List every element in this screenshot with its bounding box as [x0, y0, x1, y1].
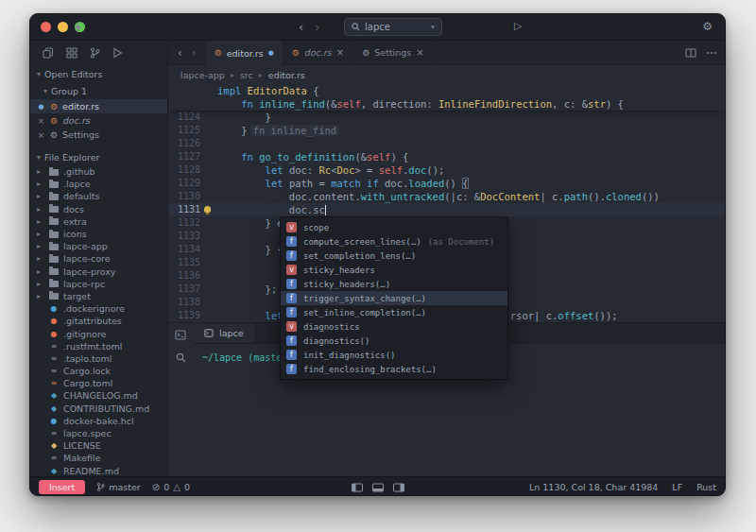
minimize-window-button[interactable]: [58, 22, 68, 32]
search-panel-icon[interactable]: [176, 352, 186, 363]
tree-file[interactable]: ◆CHANGELOG.md: [30, 389, 167, 402]
lightbulb-icon[interactable]: [204, 206, 211, 213]
tree-folder[interactable]: ▸docs: [30, 203, 167, 215]
file-explorer-header[interactable]: ▾ File Explorer: [30, 148, 167, 165]
tree-folder[interactable]: ▸target: [30, 290, 167, 302]
tree-folder[interactable]: ▸.lapce: [30, 178, 167, 190]
more-actions-icon[interactable]: [706, 51, 717, 55]
tree-file[interactable]: ≡Makefile: [30, 452, 167, 464]
editor-tab[interactable]: ⚙editor.rs●: [206, 41, 284, 65]
tree-file[interactable]: ≡Cargo.lock: [30, 365, 167, 377]
diagnostics-summary[interactable]: ⊘ 0 △ 0: [152, 482, 190, 492]
file-explorer-icon[interactable]: [43, 47, 54, 59]
code-line[interactable]: 1129 let path = match if doc.loaded() {: [168, 177, 725, 190]
toggle-bottom-panel-icon[interactable]: [371, 483, 384, 492]
git-branch[interactable]: master: [96, 482, 141, 492]
editor-group-header[interactable]: ▾ Group 1: [30, 82, 167, 99]
tree-file[interactable]: ≡.rustfmt.toml: [30, 340, 167, 352]
close-icon[interactable]: ×: [37, 130, 45, 140]
forward-button[interactable]: ›: [192, 46, 197, 60]
tree-file[interactable]: ●.dockerignore: [30, 302, 167, 315]
open-editor-item[interactable]: ×⚙doc.rs: [30, 113, 167, 128]
tree-file[interactable]: ●.gitignore: [30, 327, 167, 339]
source-control-icon[interactable]: [90, 47, 100, 59]
search-icon: [352, 23, 360, 31]
back-button[interactable]: ‹: [299, 20, 303, 34]
run-button[interactable]: ▷: [514, 20, 522, 32]
tree-folder[interactable]: ▸extra: [30, 215, 167, 228]
tree-file[interactable]: ≡lapce.spec: [30, 427, 167, 439]
tree-file[interactable]: ◆LICENSE: [30, 439, 167, 452]
language-mode[interactable]: Rust: [696, 482, 716, 492]
debug-icon[interactable]: [112, 47, 123, 59]
code-line[interactable]: 1131 doc.sc: [168, 203, 725, 216]
command-palette-button[interactable]: lapce ▾: [344, 18, 442, 36]
cursor-position[interactable]: Ln 1130, Col 18, Char 41984: [529, 482, 658, 492]
chevron-right-icon: ▸: [37, 230, 44, 238]
tree-file[interactable]: ●docker-bake.hcl: [30, 415, 167, 427]
breadcrumb-item[interactable]: lapce-app: [180, 70, 225, 80]
line-ending[interactable]: LF: [672, 482, 682, 492]
terminal-tab[interactable]: lapce: [193, 323, 256, 343]
editor-tab[interactable]: ⚙Settings×: [353, 41, 433, 64]
code-line[interactable]: 1126: [168, 137, 725, 150]
close-icon[interactable]: ×: [416, 47, 423, 58]
folder-name: lapce-app: [63, 241, 108, 251]
tree-folder[interactable]: ▸icons: [30, 228, 167, 240]
code-line[interactable]: 1124 }: [168, 111, 725, 124]
editor-tab[interactable]: ⚙doc.rs×: [284, 41, 353, 64]
folder-name: .lapce: [63, 179, 91, 189]
mode-indicator[interactable]: Insert: [39, 480, 85, 494]
modified-dot-icon[interactable]: ●: [37, 103, 45, 111]
breadcrumb-item[interactable]: src: [240, 70, 253, 80]
tree-folder[interactable]: ▸lapce-rpc: [30, 278, 167, 290]
close-icon[interactable]: ×: [336, 47, 344, 58]
breadcrumb-item[interactable]: editor.rs: [268, 70, 305, 80]
tree-file[interactable]: ●.gitattributes: [30, 315, 167, 327]
remote-connection-icon[interactable]: [74, 22, 82, 33]
open-editors-header[interactable]: ▾ Open Editors: [30, 65, 167, 82]
split-editor-icon[interactable]: [685, 48, 696, 58]
open-editor-item[interactable]: ●⚙editor.rs: [30, 99, 167, 113]
code-line[interactable]: 1128 let doc: Rc<Doc> = self.doc();: [168, 163, 725, 177]
breadcrumb[interactable]: lapce-app ▸ src ▸ editor.rs: [168, 65, 725, 84]
toggle-left-panel-icon[interactable]: [351, 483, 363, 492]
close-icon[interactable]: ×: [37, 116, 45, 126]
code-line[interactable]: 1130 doc.content.with_untracked(|c: &Doc…: [168, 190, 725, 203]
completion-item[interactable]: ftrigger_syntax_change(…): [281, 291, 507, 305]
toggle-right-panel-icon[interactable]: [392, 483, 404, 492]
tree-file[interactable]: ≡.taplo.toml: [30, 352, 167, 365]
completion-item[interactable]: fcompute_screen_lines(…) (as Document): [281, 234, 507, 249]
completion-item[interactable]: fdiagnostics(): [281, 334, 507, 348]
completion-item[interactable]: vdiagnostics: [281, 319, 507, 334]
error-count: 0: [163, 482, 169, 492]
tree-file[interactable]: ◆README.md: [30, 465, 167, 477]
close-window-button[interactable]: [41, 22, 51, 32]
completion-item[interactable]: fset_inline_completion(…): [281, 305, 507, 319]
tree-folder[interactable]: ▸lapce-core: [30, 252, 167, 265]
code-segment: impl: [217, 85, 248, 96]
tree-file[interactable]: ◆CONTRIBUTING.md: [30, 403, 167, 415]
tree-folder[interactable]: ▸defaults: [30, 190, 167, 202]
tree-file[interactable]: ≡Cargo.toml: [30, 377, 167, 389]
code-line[interactable]: 1127 fn go_to_definition(&self) {: [168, 150, 725, 163]
titlebar[interactable]: ‹ › lapce ▾ ▷ ⚙: [30, 14, 725, 41]
completion-item[interactable]: fset_completion_lens(…): [281, 249, 507, 263]
tree-folder[interactable]: ▸lapce-proxy: [30, 266, 167, 278]
completion-item[interactable]: ffind_enclosing_brackets(…): [281, 362, 507, 376]
file-icon: ≡: [49, 342, 59, 351]
open-editor-item[interactable]: ×⚙Settings: [30, 128, 167, 142]
back-button[interactable]: ‹: [178, 46, 182, 60]
settings-gear-icon[interactable]: ⚙: [702, 20, 713, 33]
forward-button[interactable]: ›: [315, 20, 319, 34]
plugins-icon[interactable]: [66, 47, 77, 59]
code-line[interactable]: 1125 }fn inline_find: [168, 124, 725, 137]
terminal-panel-icon[interactable]: [175, 330, 186, 340]
tree-folder[interactable]: ▸lapce-app: [30, 240, 167, 252]
completion-item[interactable]: vsticky_headers: [281, 263, 507, 277]
completion-item[interactable]: finit_diagnostics(): [281, 348, 507, 362]
tree-folder[interactable]: ▸.github: [30, 165, 167, 178]
completion-item[interactable]: fsticky_headers(…): [281, 277, 507, 291]
line-number: 1124: [168, 111, 200, 124]
completion-item[interactable]: vscope: [281, 220, 507, 234]
